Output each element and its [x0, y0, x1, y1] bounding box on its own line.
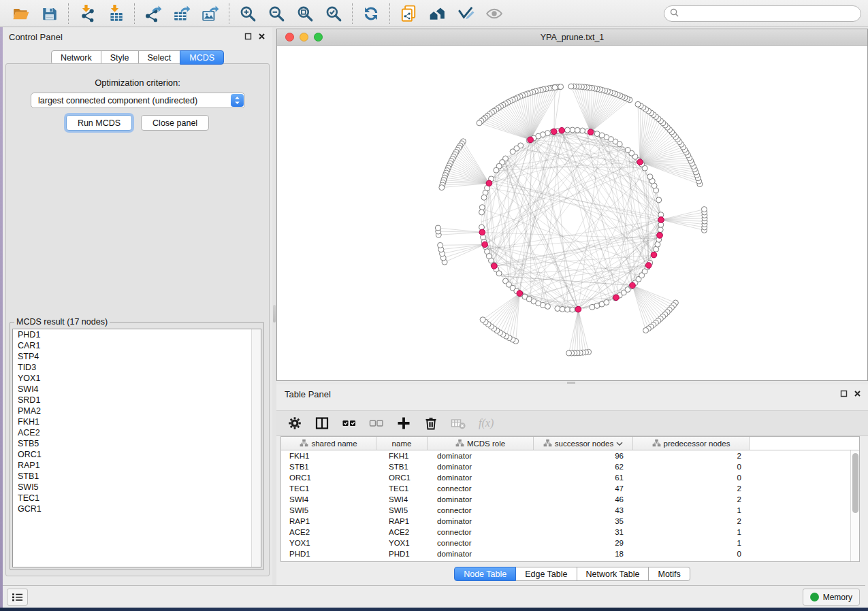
delete-column-button[interactable]	[422, 414, 440, 433]
table-row-SWI4[interactable]: SWI4SWI4dominator462	[281, 494, 859, 505]
toolbar-separator	[134, 3, 135, 24]
column-header-MCDS-role[interactable]: MCDS role	[428, 437, 534, 450]
close-panel-icon[interactable]	[258, 33, 266, 40]
hide-graphics-details-button[interactable]	[453, 3, 479, 24]
namespace-icon	[455, 439, 464, 448]
clone-network-icon	[400, 5, 417, 22]
mcds-result-item[interactable]: STP4	[13, 351, 261, 362]
export-network-button[interactable]	[140, 3, 166, 24]
close-panel-button[interactable]: Close panel	[141, 115, 209, 131]
node-table: shared namenameMCDS rolesuccessor nodesp…	[280, 436, 860, 562]
save-session-button[interactable]	[37, 3, 63, 24]
zoom-fit-button[interactable]	[292, 3, 318, 24]
splitter-grip[interactable]	[567, 382, 575, 384]
mcds-result-item[interactable]: STB1	[13, 471, 261, 482]
network-window-titlebar[interactable]: YPA_prune.txt_1	[277, 29, 867, 46]
column-header-name[interactable]: name	[376, 437, 428, 450]
mcds-result-item[interactable]: YOX1	[13, 373, 261, 384]
mcds-result-item[interactable]: SWI5	[13, 482, 261, 493]
refresh-button[interactable]	[358, 3, 384, 24]
cell-predecessor-nodes: 2	[633, 494, 750, 505]
table-row-YOX1[interactable]: YOX1YOX1connector291	[281, 538, 859, 548]
import-network-button[interactable]	[74, 3, 100, 24]
column-header-predecessor-nodes[interactable]: predecessor nodes	[633, 437, 750, 450]
hide-columns-button[interactable]	[368, 414, 385, 433]
cell-MCDS-role: dominator	[428, 548, 534, 559]
table-row-PHD1[interactable]: PHD1PHD1dominator180	[281, 548, 859, 559]
cell-shared-name: FKH1	[281, 450, 376, 461]
float-panel-icon[interactable]	[840, 390, 848, 397]
cell-shared-name: SWI5	[281, 505, 376, 516]
table-row-FKH1[interactable]: FKH1FKH1dominator962	[281, 450, 859, 461]
tab-network[interactable]: Network	[51, 50, 101, 65]
scrollbar-thumb[interactable]	[852, 453, 858, 513]
splitter-grip[interactable]	[273, 305, 276, 323]
zoom-in-button[interactable]	[235, 3, 261, 24]
show-graphics-details-button[interactable]	[481, 3, 507, 24]
tab-edge-table[interactable]: Edge Table	[515, 567, 577, 581]
mcds-result-item[interactable]: SRD1	[13, 395, 261, 406]
close-panel-icon[interactable]	[854, 390, 861, 397]
tab-select[interactable]: Select	[138, 50, 181, 65]
criterion-dropdown[interactable]: largest connected component (undirected)	[31, 93, 245, 108]
memory-button[interactable]: Memory	[803, 589, 860, 606]
network-canvas[interactable]	[277, 46, 867, 380]
column-header-shared-name[interactable]: shared name	[281, 437, 376, 450]
cell-shared-name: TEC1	[281, 483, 376, 494]
tab-style[interactable]: Style	[101, 50, 139, 65]
table-row-RAP1[interactable]: RAP1RAP1dominator352	[281, 516, 859, 527]
zoom-selected-button[interactable]	[321, 3, 347, 24]
mcds-result-item[interactable]: TID3	[13, 362, 261, 373]
import-table-button[interactable]	[103, 3, 129, 24]
mcds-result-item[interactable]: SWI4	[13, 384, 261, 395]
mcds-result-item[interactable]: FKH1	[13, 416, 261, 427]
mcds-result-item[interactable]: PMA2	[13, 406, 261, 416]
open-file-button[interactable]	[8, 3, 34, 24]
column-header-successor-nodes[interactable]: successor nodes	[534, 437, 633, 450]
tab-network-table[interactable]: Network Table	[577, 567, 649, 581]
mcds-result-item[interactable]: CAR1	[13, 340, 261, 351]
table-row-STB1[interactable]: STB1STB1dominator620	[281, 461, 859, 472]
export-table-icon	[173, 5, 191, 22]
zoom-in-icon	[239, 5, 257, 22]
table-settings-button[interactable]	[286, 414, 304, 433]
search-input[interactable]	[682, 7, 861, 20]
mcds-result-item[interactable]: ACE2	[13, 427, 261, 438]
tab-mcds[interactable]: MCDS	[180, 50, 224, 65]
mcds-result-item[interactable]: STB5	[13, 438, 261, 449]
hide-graphics-details-icon	[457, 5, 475, 22]
run-mcds-button[interactable]: Run MCDS	[66, 115, 132, 131]
tab-node-table[interactable]: Node Table	[454, 567, 516, 581]
show-columns-button[interactable]	[340, 414, 358, 433]
cell-MCDS-role: connector	[428, 505, 534, 516]
table-row-ACE2[interactable]: ACE2ACE2connector311	[281, 527, 859, 538]
table-scrollbar[interactable]	[850, 450, 859, 561]
mcds-result-item[interactable]: RAP1	[13, 460, 261, 471]
table-panel: Table Panel f(x) shared namenameMCDS rol…	[276, 384, 868, 585]
search-box[interactable]	[664, 5, 861, 22]
cell-name: RAP1	[376, 516, 428, 527]
table-row-ORC1[interactable]: ORC1ORC1dominator610	[281, 472, 859, 483]
cell-name: SWI4	[376, 494, 428, 505]
add-column-button[interactable]	[395, 414, 413, 433]
table-row-SWI5[interactable]: SWI5SWI5connector431	[281, 505, 859, 516]
result-list-scrollbar[interactable]	[251, 329, 261, 567]
show-all-nodes-button[interactable]	[424, 3, 450, 24]
mcds-result-item[interactable]: PHD1	[13, 329, 261, 340]
clone-network-button[interactable]	[396, 3, 421, 24]
desktop-wallpaper-bottom	[0, 608, 868, 611]
mcds-result-item[interactable]: TEC1	[13, 493, 261, 503]
network-window-title: YPA_prune.txt_1	[277, 33, 867, 42]
mcds-result-item[interactable]: GCR1	[13, 503, 261, 514]
mcds-result-list[interactable]: PHD1CAR1STP4TID3YOX1SWI4SRD1PMA2FKH1ACE2…	[12, 329, 261, 567]
export-table-button[interactable]	[169, 3, 195, 24]
zoom-out-button[interactable]	[263, 3, 289, 24]
cell-name: YOX1	[376, 538, 428, 548]
task-history-button[interactable]	[7, 589, 28, 606]
mcds-result-item[interactable]: ORC1	[13, 449, 261, 460]
tab-motifs[interactable]: Motifs	[648, 567, 690, 581]
table-row-TEC1[interactable]: TEC1TEC1connector472	[281, 483, 859, 494]
export-image-button[interactable]	[197, 3, 223, 24]
split-panel-button[interactable]	[313, 414, 331, 433]
float-panel-icon[interactable]	[244, 33, 252, 40]
